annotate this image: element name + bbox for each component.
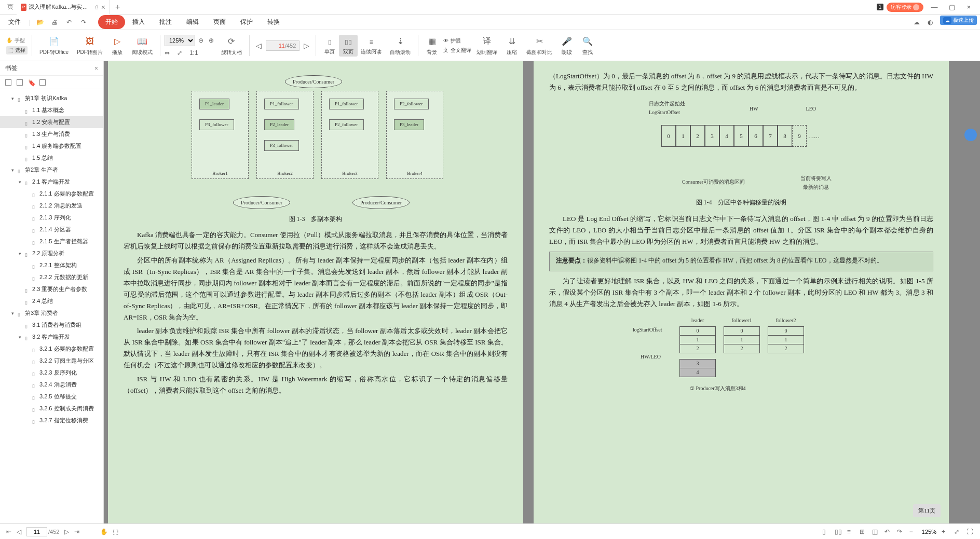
page-next-icon[interactable]: ▷ (302, 42, 311, 50)
tab-page[interactable]: 页面 (206, 15, 233, 29)
view-mode-2-icon[interactable]: ▯▯ (835, 528, 842, 535)
view-mode-4-icon[interactable]: ⊞ (860, 528, 867, 535)
file-tab[interactable]: P 深入理解Kafka...与实践原理.pdf ⎙ × (17, 0, 110, 15)
eye-protect[interactable]: 👁护眼 (443, 37, 471, 45)
print-icon[interactable]: 🖨 (50, 18, 59, 26)
bookmark-item[interactable]: 2.4 总结 (0, 295, 103, 307)
new-tab-button[interactable]: + (110, 3, 125, 12)
tab-insert[interactable]: 插入 (125, 15, 152, 29)
floating-assist-icon[interactable] (964, 129, 977, 141)
status-page-field[interactable] (26, 527, 47, 536)
skin-icon[interactable]: ◐ (926, 18, 934, 26)
login-button[interactable]: 访客登录 (887, 3, 923, 12)
rotate-right-icon[interactable]: ↷ (897, 528, 904, 535)
bookmark-icon[interactable]: 🔖 (28, 79, 34, 86)
compress-button[interactable]: ⇊压缩 (502, 35, 521, 56)
maximize-icon[interactable]: ▢ (945, 3, 959, 11)
expand-all-icon[interactable] (5, 79, 11, 86)
auto-scroll-button[interactable]: ⇣自动滚动 (387, 35, 414, 56)
bookmark-item[interactable]: 3.2.6 控制或关闭消费 (0, 403, 103, 414)
zoom-in-status-icon[interactable]: + (942, 528, 949, 535)
page-current-field[interactable] (269, 43, 285, 49)
tab-convert[interactable]: 转换 (260, 15, 287, 29)
view-mode-1-icon[interactable]: ▯ (822, 528, 829, 535)
bookmark-item[interactable]: 1.2 安装与配置 (0, 116, 103, 128)
rotate-left-icon[interactable]: ↶ (884, 528, 892, 535)
reading-mode-button[interactable]: 📖阅读模式 (129, 35, 156, 56)
background-button[interactable]: ▦背景 (423, 35, 441, 56)
cloud-upload-badge[interactable]: ☁ 极速上传 (940, 16, 977, 25)
bookmark-options-icon[interactable] (39, 79, 46, 86)
bookmark-item[interactable]: ▾3.2 客户端开发 (0, 331, 103, 343)
pdf-to-image-button[interactable]: 🖼PDF转图片 (74, 35, 106, 56)
bookmark-item[interactable]: 2.1.4 分区器 (0, 224, 103, 236)
bookmark-item[interactable]: 3.2.1 必要的参数配置 (0, 343, 103, 355)
page-prev-icon[interactable]: ◁ (254, 42, 264, 50)
bookmark-item[interactable]: 3.2.4 消息消费 (0, 379, 103, 391)
zoom-in-icon[interactable]: ⊕ (209, 37, 216, 44)
tab-start[interactable]: 开始 (98, 15, 125, 29)
close-window-icon[interactable]: × (962, 3, 975, 11)
pin-icon[interactable]: ⎙ (95, 4, 98, 10)
fit-icon[interactable]: ⤢ (954, 528, 961, 535)
open-icon[interactable]: 📂 (36, 18, 44, 26)
bookmark-item[interactable]: 2.3 重要的生产者参数 (0, 283, 103, 295)
actual-size-icon[interactable]: 1:1 (189, 49, 197, 57)
next-page-icon[interactable]: ▷ (64, 528, 69, 535)
bookmark-item[interactable]: 3.2.3 反序列化 (0, 367, 103, 379)
single-page-button[interactable]: ▯单页 (320, 35, 339, 57)
bookmark-item[interactable]: 3.2.7 指定位移消费 (0, 414, 103, 426)
bookmark-item[interactable]: ▾第1章 初识Kafka (0, 92, 103, 104)
zoom-select[interactable]: 125% (165, 35, 195, 46)
tab-protect[interactable]: 保护 (233, 15, 260, 29)
close-tab-icon[interactable]: × (101, 3, 105, 11)
find-button[interactable]: 🔍查找 (578, 35, 597, 56)
bookmark-item[interactable]: ▾第2章 生产者 (0, 164, 103, 176)
full-translate[interactable]: 文全文翻译 (443, 47, 471, 54)
bookmark-item[interactable]: ▾2.1 客户端开发 (0, 176, 103, 188)
select-tool[interactable]: ⬚选择 (6, 46, 28, 54)
bookmark-item[interactable]: 2.2.1 整体架构 (0, 259, 103, 271)
pdf-to-office-button[interactable]: 📄PDF转Office (36, 35, 72, 56)
continuous-button[interactable]: ≡连续阅读 (358, 35, 385, 57)
zoom-out-icon[interactable]: ⊖ (198, 37, 206, 44)
bookmark-item[interactable]: 2.2.2 元数据的更新 (0, 271, 103, 283)
word-translate-button[interactable]: 译划词翻译 (473, 35, 500, 56)
fit-page-icon[interactable]: ⤢ (177, 49, 184, 57)
bookmark-item[interactable]: 1.4 服务端参数配置 (0, 140, 103, 152)
tab-annotate[interactable]: 批注 (152, 15, 179, 29)
rotate-button[interactable]: ⟳旋转文档 (218, 35, 245, 56)
cloud-icon[interactable]: ☁ (913, 18, 921, 26)
first-page-icon[interactable]: ⇤ (6, 528, 11, 535)
bookmark-item[interactable]: ▾2.2 原理分析 (0, 247, 103, 259)
view-mode-3-icon[interactable]: ≡ (847, 528, 854, 535)
redo-icon[interactable]: ↷ (79, 18, 88, 26)
read-aloud-button[interactable]: 🎤朗读 (557, 35, 576, 56)
hand-icon[interactable]: ✋ (100, 528, 107, 535)
hand-tool[interactable]: ✋手型 (6, 37, 28, 44)
bookmark-item[interactable]: 2.1.5 生产者拦截器 (0, 236, 103, 247)
bookmark-item[interactable]: 2.1.1 必要的参数配置 (0, 188, 103, 200)
view-mode-5-icon[interactable]: ◫ (872, 528, 879, 535)
bookmark-item[interactable]: ▾第3章 消费者 (0, 307, 103, 319)
page-input[interactable]: /452 (266, 40, 300, 51)
fit-width-icon[interactable]: ⇔ (165, 49, 172, 57)
zoom-out-status-icon[interactable]: − (909, 528, 917, 535)
document-viewer[interactable]: Producer/Consumer Broker1Broker2Broker3B… (104, 61, 980, 523)
double-page-button[interactable]: ▯▯双页 (339, 35, 358, 57)
tab-edit[interactable]: 编辑 (179, 15, 206, 29)
tab-nav-prev[interactable]: 页 (4, 3, 17, 11)
last-page-icon[interactable]: ⇥ (74, 528, 79, 535)
play-button[interactable]: ▷播放 (108, 35, 127, 56)
bookmark-item[interactable]: 3.2.5 位移提交 (0, 391, 103, 403)
undo-icon[interactable]: ↶ (65, 18, 73, 26)
screenshot-button[interactable]: ✂截图和对比 (523, 35, 555, 56)
file-menu[interactable]: 文件 (0, 18, 29, 26)
bookmark-item[interactable]: 2.1.3 序列化 (0, 212, 103, 224)
close-panel-icon[interactable]: × (94, 65, 98, 72)
fullscreen-icon[interactable]: ⛶ (967, 528, 974, 535)
bookmark-item[interactable]: 1.3 生产与消费 (0, 128, 103, 140)
select-icon[interactable]: ⬚ (113, 528, 120, 535)
bookmark-item[interactable]: 1.1 基本概念 (0, 104, 103, 116)
prev-page-icon[interactable]: ◁ (17, 528, 21, 535)
